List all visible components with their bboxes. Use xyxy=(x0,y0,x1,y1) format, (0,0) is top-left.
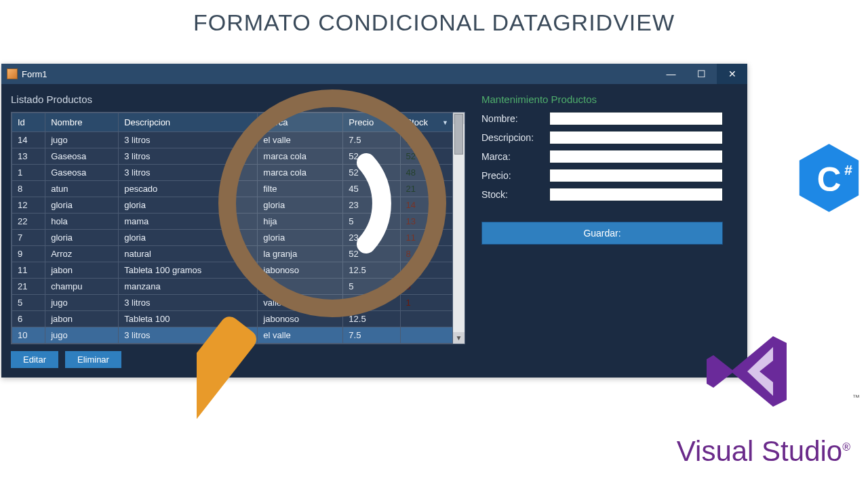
cell-desc: 3 litros xyxy=(119,132,258,148)
cell-desc: mama xyxy=(119,214,258,230)
app-window: Form1 — ☐ ✕ Listado Productos IdNombreDe… xyxy=(1,64,747,378)
scroll-thumb[interactable] xyxy=(454,114,463,155)
table-row[interactable]: 21champumanzanased55 xyxy=(12,279,453,295)
scroll-down-arrow[interactable]: ▼ xyxy=(453,332,465,344)
table-row[interactable]: 11jabonTableta 100 gramosjabonoso12.55 xyxy=(12,262,453,279)
cell-marca: la granja xyxy=(258,246,343,262)
cell-marca: el valle xyxy=(258,132,343,148)
minimize-button[interactable]: — xyxy=(656,64,686,84)
cell-stock: 11 xyxy=(400,230,452,246)
table-row[interactable]: 7gloriagloriagloria2311 xyxy=(12,230,453,246)
label-precio: Precio: xyxy=(481,170,549,181)
cell-desc: Tableta 100 xyxy=(119,311,258,327)
form-row-stock: Stock: xyxy=(481,188,723,201)
vertical-scrollbar[interactable]: ▲ ▼ xyxy=(453,113,465,344)
edit-button[interactable]: Editar xyxy=(11,351,58,368)
label-stock: Stock: xyxy=(481,189,549,200)
cell-id: 1 xyxy=(12,165,45,181)
table-row[interactable]: 8atunpescadofilte4521 xyxy=(12,181,453,197)
cell-precio: 45 xyxy=(343,181,400,197)
cell-marca: jabonoso xyxy=(258,262,343,279)
table-row[interactable]: 12gloriagloriagloria2314 xyxy=(12,197,453,214)
table-row[interactable]: 9Arroznaturalla granja528 xyxy=(12,246,453,262)
cell-nombre: gloria xyxy=(45,230,119,246)
cell-id: 8 xyxy=(12,181,45,197)
table-row[interactable]: 1Gaseosa3 litrosmarca cola5248 xyxy=(12,165,453,181)
column-header-id[interactable]: Id xyxy=(12,113,45,132)
cell-id: 9 xyxy=(12,246,45,262)
cell-desc: gloria xyxy=(119,197,258,214)
table-row[interactable]: 5jugo3 litrosvalle7.51 xyxy=(12,295,453,311)
cell-id: 21 xyxy=(12,279,45,295)
cell-stock xyxy=(400,327,452,344)
cell-id: 10 xyxy=(12,327,45,344)
cell-desc: manzana xyxy=(119,279,258,295)
cell-id: 13 xyxy=(12,148,45,165)
app-icon xyxy=(7,68,18,79)
cell-nombre: jugo xyxy=(45,295,119,311)
cell-marca: marca cola xyxy=(258,165,343,181)
input-stock[interactable] xyxy=(549,188,723,201)
cell-marca: el valle xyxy=(258,327,343,344)
maximize-button[interactable]: ☐ xyxy=(686,64,717,84)
right-section-title: Mantenimiento Productos xyxy=(481,94,723,105)
table-row[interactable]: 22holamamahija513 xyxy=(12,214,453,230)
input-precio[interactable] xyxy=(549,169,723,182)
column-header-stock[interactable]: Stock▼ xyxy=(400,113,452,132)
label-marca: Marca: xyxy=(481,151,549,162)
delete-button[interactable]: Eliminar xyxy=(65,351,121,368)
cell-nombre: jabon xyxy=(45,311,119,327)
cell-id: 5 xyxy=(12,295,45,311)
cell-precio: 52 xyxy=(343,148,400,165)
cell-id: 12 xyxy=(12,197,45,214)
table-row[interactable]: 6jabonTableta 100jabonoso12.5 xyxy=(12,311,453,327)
cell-marca: filte xyxy=(258,181,343,197)
form-row-descripcion: Descripcion: xyxy=(481,131,723,144)
cell-precio: 23 xyxy=(343,197,400,214)
cell-desc: natural xyxy=(119,246,258,262)
column-header-marca[interactable]: Marca xyxy=(258,113,343,132)
cell-precio: 5 xyxy=(343,279,400,295)
cell-marca: valle xyxy=(258,295,343,311)
input-descripcion[interactable] xyxy=(549,131,723,144)
label-descripcion: Descripcion: xyxy=(481,132,549,143)
column-header-precio[interactable]: Precio xyxy=(343,113,400,132)
column-header-nombre[interactable]: Nombre xyxy=(45,113,119,132)
cell-stock: 48 xyxy=(400,165,452,181)
cell-id: 11 xyxy=(12,262,45,279)
save-button[interactable]: Guardar: xyxy=(481,222,723,245)
trademark-label: ™ xyxy=(852,393,860,401)
cell-stock: 5 xyxy=(400,262,452,279)
cell-desc: pescado xyxy=(119,181,258,197)
cell-nombre: jugo xyxy=(45,327,119,344)
table-row[interactable]: 14jugo3 litrosel valle7.5100 xyxy=(12,132,453,148)
cell-marca: jabonoso xyxy=(258,311,343,327)
cell-stock: 21 xyxy=(400,181,452,197)
cell-stock: 14 xyxy=(400,197,452,214)
visual-studio-logo-icon xyxy=(698,331,793,412)
window-title: Form1 xyxy=(22,69,656,79)
sort-desc-icon: ▼ xyxy=(442,119,448,126)
cell-marca: gloria xyxy=(258,197,343,214)
column-header-descripcion[interactable]: Descripcion xyxy=(119,113,258,132)
cell-precio: 52 xyxy=(343,246,400,262)
input-marca[interactable] xyxy=(549,150,723,163)
cell-nombre: jabon xyxy=(45,262,119,279)
cell-nombre: Gaseosa xyxy=(45,165,119,181)
input-nombre[interactable] xyxy=(549,112,723,125)
cell-marca: hija xyxy=(258,214,343,230)
close-button[interactable]: ✕ xyxy=(717,64,747,84)
svg-text:#: # xyxy=(844,162,852,178)
form-row-nombre: Nombre: xyxy=(481,112,723,125)
datagridview[interactable]: IdNombreDescripcionMarcaPrecioStock▼ 14j… xyxy=(11,112,465,344)
left-section-title: Listado Productos xyxy=(11,94,465,105)
cell-marca: gloria xyxy=(258,230,343,246)
slide-title: FORMATO CONDICIONAL DATAGRIDVIEW xyxy=(0,0,868,40)
cell-id: 14 xyxy=(12,132,45,148)
cell-nombre: champu xyxy=(45,279,119,295)
cell-desc: 3 litros xyxy=(119,148,258,165)
cell-nombre: Gaseosa xyxy=(45,148,119,165)
table-row[interactable]: 13Gaseosa3 litrosmarca cola5252 xyxy=(12,148,453,165)
table-row[interactable]: 10jugo3 litrosel valle7.5 xyxy=(12,327,453,344)
cell-stock: 13 xyxy=(400,214,452,230)
